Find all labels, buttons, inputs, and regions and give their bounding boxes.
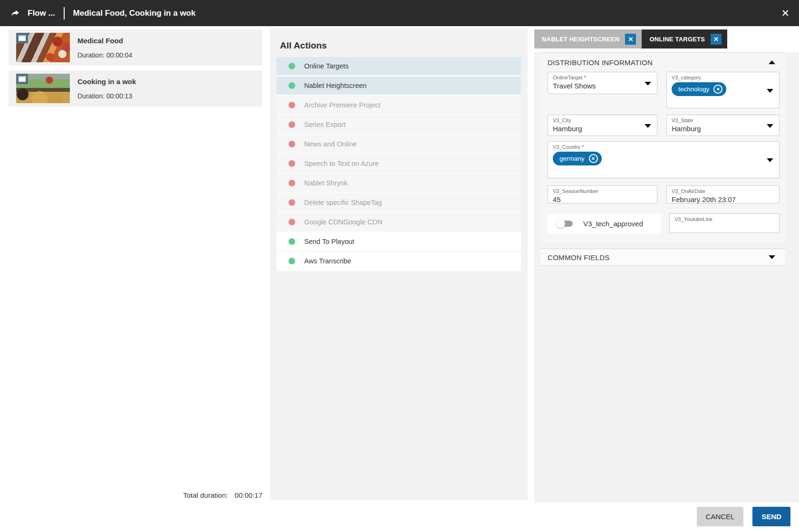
tab-nablet-heightscreen[interactable]: NABLET HEIGHTSCREEN ✕ [534, 29, 642, 48]
action-label: Nablet Heightscreen [304, 82, 366, 89]
action-label: Speech to Text on Azure [304, 160, 379, 167]
category-chip: technology ✕ [672, 82, 726, 96]
close-icon[interactable]: ✕ [781, 8, 789, 18]
field-online-target[interactable]: OnlineTarget * Travel Shows [548, 72, 657, 94]
action-label: Online Targets [304, 62, 348, 70]
status-dot-red [289, 219, 295, 225]
chip-remove-icon[interactable]: ✕ [589, 154, 598, 163]
clip-card[interactable]: Cooking in a wokDuration: 00:00:13 [9, 70, 262, 106]
field-city[interactable]: V3_City Hamburg [548, 115, 657, 136]
action-label: Series Export [304, 121, 346, 128]
field-on-air-date[interactable]: V3_OnAirDate February 20th 23:07 [666, 185, 780, 203]
clip-thumbnail [16, 33, 70, 62]
field-label: V3_category [672, 75, 774, 80]
tab-content: DISTRIBUTION INFORMATION OnlineTarget * … [534, 52, 799, 506]
chevron-down-icon[interactable] [645, 82, 651, 86]
actions-panel: All Actions Online TargetsNablet Heights… [270, 28, 528, 500]
dialog-header: Flow ... Medical Food, Cooking in a wok … [0, 0, 799, 26]
chevron-down-icon[interactable] [767, 89, 773, 93]
field-season-number[interactable]: V3_SeasonNumber 45 [548, 185, 657, 203]
section-common-fields-header[interactable]: COMMON FIELDS [540, 249, 785, 266]
chevron-down-icon[interactable] [645, 124, 651, 128]
section-title: DISTRIBUTION INFORMATION [548, 58, 653, 67]
field-value: 45 [553, 195, 652, 203]
chevron-down-icon[interactable] [767, 158, 773, 162]
tab-close-icon[interactable]: ✕ [625, 34, 636, 45]
action-label: News and Online [304, 140, 356, 148]
status-dot-red [289, 121, 295, 128]
field-value: Travel Shows [553, 82, 652, 90]
field-label: V3_State [672, 117, 774, 123]
action-row[interactable]: Aws Transcribe [277, 252, 521, 271]
field-country[interactable]: V3_Country * germany ✕ [548, 141, 780, 178]
status-dot-green [289, 82, 295, 89]
share-icon [10, 8, 21, 19]
action-row[interactable]: Series Export [277, 116, 521, 135]
tech-approved-toggle[interactable] [557, 221, 573, 227]
chevron-down-icon[interactable] [767, 124, 773, 128]
clip-duration: Duration: 00:00:04 [77, 51, 132, 59]
status-dot-green [289, 63, 295, 69]
cancel-button[interactable]: CANCEL [697, 507, 743, 526]
action-label: Google CDNGoogle CDN [304, 218, 382, 226]
clip-thumbnail [16, 74, 70, 103]
field-category[interactable]: V3_category technology ✕ [666, 72, 780, 108]
action-row[interactable]: Nablet Heightscreen [277, 77, 521, 96]
country-chip: germany ✕ [553, 152, 602, 165]
field-value: Hamburg [672, 125, 774, 133]
chip-remove-icon[interactable]: ✕ [713, 85, 722, 94]
toggle-knob [556, 219, 565, 228]
clip-info: Cooking in a wokDuration: 00:00:13 [77, 77, 136, 100]
details-panel: NABLET HEIGHTSCREEN ✕ ONLINE TARGETS ✕ D… [534, 26, 799, 503]
field-state[interactable]: V3_State Hamburg [666, 115, 780, 136]
action-row[interactable]: Google CDNGoogle CDN [277, 213, 521, 232]
action-label: Nablet Shrynk [304, 179, 347, 187]
action-row[interactable]: Delete specific ShapeTag [277, 193, 521, 213]
action-label: Aws Transcribe [304, 257, 351, 265]
action-row[interactable]: Speech to Text on Azure [277, 155, 521, 174]
action-label: Delete specific ShapeTag [304, 199, 382, 206]
clip-card[interactable]: Medical FoodDuration: 00:00:04 [9, 29, 262, 66]
field-label: V3_OnAirDate [672, 188, 774, 194]
action-row[interactable]: Online Targets [277, 57, 521, 77]
field-label: V3_Country * [553, 144, 774, 150]
header-divider [64, 7, 65, 19]
tab-label: NABLET HEIGHTSCREEN [542, 36, 619, 43]
collapse-icon[interactable] [769, 60, 775, 64]
tab-online-targets[interactable]: ONLINE TARGETS ✕ [642, 29, 727, 48]
field-label: V3_tech_approved [583, 220, 643, 228]
field-label: OnlineTarget * [553, 75, 652, 80]
field-value: February 20th 23:07 [672, 195, 774, 203]
flow-dialog: Flow ... Medical Food, Cooking in a wok … [0, 0, 799, 532]
action-row[interactable]: Nablet Shrynk [277, 174, 521, 193]
tab-close-icon[interactable]: ✕ [711, 34, 722, 45]
status-dot-green [289, 238, 295, 245]
clip-title: Cooking in a wok [77, 77, 136, 86]
status-dot-green [289, 258, 295, 264]
action-row[interactable]: Archive Premiere Project [277, 96, 521, 116]
field-label: V3_City [553, 117, 652, 123]
clip-title: Medical Food [77, 37, 132, 45]
clip-list: Medical FoodDuration: 00:00:04Cooking in… [9, 29, 262, 111]
total-duration-value: 00:00:17 [235, 491, 262, 499]
status-dot-red [289, 141, 295, 147]
action-row[interactable]: Send To Playout [277, 232, 521, 252]
page-title: Medical Food, Cooking in a wok [73, 9, 196, 18]
action-row[interactable]: News and Online [277, 135, 521, 155]
film-icon [16, 74, 28, 84]
status-dot-red [289, 160, 295, 167]
expand-icon[interactable] [769, 255, 775, 259]
section-title: COMMON FIELDS [548, 253, 610, 261]
field-label: V3_SeasonNumber [553, 188, 652, 194]
send-button[interactable]: SEND [752, 507, 790, 526]
field-tech-approved: V3_tech_approved [548, 213, 661, 233]
action-list: Online TargetsNablet HeightscreenArchive… [277, 57, 521, 271]
action-label: Send To Playout [304, 238, 354, 245]
section-distribution-header[interactable]: DISTRIBUTION INFORMATION [540, 53, 785, 72]
clip-info: Medical FoodDuration: 00:00:04 [77, 37, 132, 59]
field-youtube-link[interactable]: V3_YoutubeLink [669, 213, 780, 233]
app-label: Flow ... [28, 9, 55, 18]
chip-label: germany [559, 155, 585, 162]
status-dot-red [289, 180, 295, 186]
clip-duration: Duration: 00:00:13 [77, 92, 136, 100]
